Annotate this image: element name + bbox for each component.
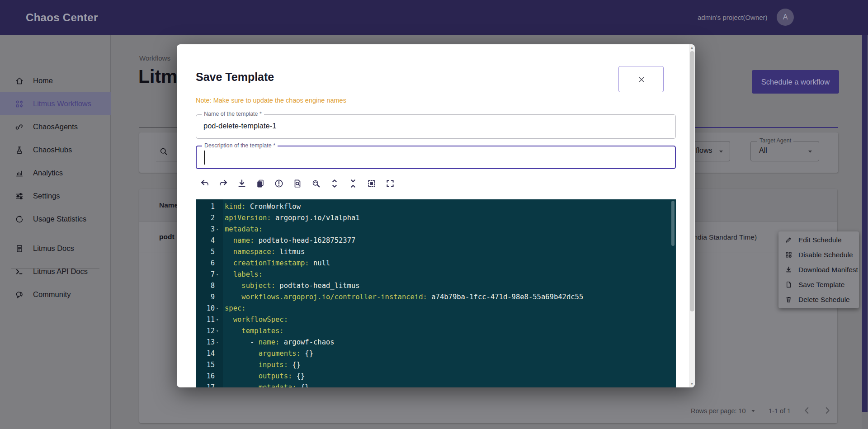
sidebar-item-litmus-workflows[interactable]: Litmus Workflows bbox=[0, 92, 111, 115]
sidebar-item-label: ChaosHubs bbox=[33, 146, 72, 154]
line-code: - name: argowf-chaos bbox=[225, 337, 335, 348]
caret-down-icon bbox=[717, 147, 725, 156]
fold-arrow-icon[interactable]: ▾ bbox=[216, 337, 218, 348]
modal-note: Note: Make sure to update the chaos engi… bbox=[196, 97, 346, 104]
fold-arrow-icon[interactable]: ▾ bbox=[216, 314, 218, 325]
fold-button[interactable] bbox=[348, 177, 359, 190]
sidebar-item-analytics[interactable]: Analytics bbox=[0, 161, 111, 184]
line-number: 12 bbox=[196, 325, 215, 337]
sidebar-item-litmus-api-docs[interactable]: Litmus API Docs bbox=[0, 260, 111, 283]
chevron-right-icon[interactable] bbox=[822, 405, 832, 415]
scrollbar-down-arrow[interactable]: ▼ bbox=[689, 381, 695, 387]
row-schedule-time: (India Standard Time) bbox=[689, 233, 757, 241]
sidebar-item-label: Home bbox=[33, 76, 53, 85]
redo-button[interactable] bbox=[218, 177, 229, 190]
sidebar-item-label: Litmus Workflows bbox=[33, 99, 91, 108]
usage-icon bbox=[15, 215, 24, 224]
page-scrollbar-thumb[interactable] bbox=[862, 35, 868, 412]
line-number: 4 bbox=[196, 235, 215, 246]
sidebar-item-home[interactable]: Home bbox=[0, 69, 111, 92]
file-icon bbox=[785, 281, 793, 288]
menu-item-edit-schedule[interactable]: Edit Schedule bbox=[778, 232, 859, 247]
select-all-button[interactable] bbox=[366, 177, 377, 190]
fullscreen-button[interactable] bbox=[385, 177, 396, 190]
workflows-filter-value: flows bbox=[696, 146, 712, 155]
line-number: 17 bbox=[196, 382, 215, 387]
breadcrumb[interactable]: Workflows bbox=[139, 54, 170, 62]
text-cursor bbox=[204, 151, 205, 165]
unfold-button[interactable] bbox=[329, 177, 340, 190]
search-icon[interactable] bbox=[159, 147, 168, 156]
undo-button[interactable] bbox=[199, 177, 210, 190]
rows-per-page-label: Rows per page: bbox=[691, 407, 737, 415]
sidebar-item-community[interactable]: Community bbox=[0, 283, 111, 306]
api-docs-icon bbox=[15, 267, 24, 276]
line-code: outputs: {} bbox=[225, 371, 305, 382]
avatar[interactable]: A bbox=[777, 9, 794, 26]
page-scrollbar[interactable] bbox=[862, 35, 868, 429]
rows-per-page-value[interactable]: 10 bbox=[738, 407, 746, 415]
pencil-icon bbox=[785, 236, 793, 244]
menu-item-disable-schedule[interactable]: Disable Schedule bbox=[778, 247, 859, 262]
template-description-label: Description of the template * bbox=[202, 142, 278, 149]
modal-scrollbar-thumb[interactable] bbox=[690, 51, 694, 311]
line-number: 16 bbox=[196, 371, 215, 382]
chevron-left-icon[interactable] bbox=[802, 405, 812, 415]
yaml-editor[interactable]: 1kind: CronWorkflow2apiVersion: argoproj… bbox=[196, 199, 676, 387]
settings-icon bbox=[15, 192, 24, 201]
fold-arrow-icon[interactable]: ▾ bbox=[216, 224, 218, 235]
sidebar-item-settings[interactable]: Settings bbox=[0, 184, 111, 207]
scrollbar-up-arrow[interactable]: ▲ bbox=[689, 45, 695, 51]
modal-scrollbar[interactable]: ▲ ▼ bbox=[689, 44, 695, 387]
search-file-button[interactable] bbox=[292, 177, 303, 190]
save-template-modal: Save Template Note: Make sure to update … bbox=[177, 44, 695, 387]
fold-arrow-icon[interactable]: ▾ bbox=[216, 269, 218, 280]
sidebar: HomeLitmus WorkflowsChaosAgentsChaosHubs… bbox=[0, 35, 111, 429]
line-code: arguments: {} bbox=[225, 348, 313, 359]
trash-icon bbox=[785, 296, 793, 303]
editor-line: 7▾ labels: bbox=[196, 269, 676, 280]
docs-icon bbox=[15, 244, 24, 253]
editor-scrollbar-thumb[interactable] bbox=[671, 201, 675, 246]
line-number: 7 bbox=[196, 269, 215, 280]
undo-icon bbox=[200, 179, 210, 189]
sidebar-item-usage-statistics[interactable]: Usage Statistics bbox=[0, 207, 111, 231]
page-range: 1-1 of 1 bbox=[769, 407, 791, 415]
fold-arrow-icon[interactable]: ▾ bbox=[216, 303, 218, 314]
error-button[interactable] bbox=[274, 177, 284, 190]
menu-item-save-template[interactable]: Save Template bbox=[778, 277, 859, 292]
fold-arrow-icon[interactable]: ▾ bbox=[216, 325, 218, 337]
template-description-field[interactable]: Description of the template * bbox=[196, 146, 676, 169]
line-code: inputs: {} bbox=[225, 359, 301, 371]
line-code: labels: bbox=[225, 269, 263, 280]
sidebar-item-label: Litmus Docs bbox=[33, 244, 74, 253]
line-code: workflowSpec: bbox=[225, 314, 288, 325]
line-code: creationTimestamp: null bbox=[225, 258, 330, 269]
error-icon bbox=[274, 179, 284, 189]
sidebar-item-chaoshubs[interactable]: ChaosHubs bbox=[0, 138, 111, 161]
project-switcher[interactable]: admin's project(Owner) bbox=[698, 0, 783, 35]
search-replace-button[interactable] bbox=[311, 177, 321, 190]
schedule-workflow-button[interactable]: Schedule a workflow bbox=[752, 70, 839, 94]
editor-toolbar bbox=[199, 177, 396, 191]
editor-line: 15 inputs: {} bbox=[196, 359, 676, 371]
sidebar-item-chaosagents[interactable]: ChaosAgents bbox=[0, 115, 111, 138]
target-agent-select[interactable]: Target Agent All bbox=[750, 141, 819, 161]
project-switcher-label: admin's project(Owner) bbox=[698, 14, 768, 21]
line-number: 8 bbox=[196, 280, 215, 292]
sidebar-item-label: Settings bbox=[33, 192, 60, 200]
menu-item-download-manifest[interactable]: Download Manifest bbox=[778, 262, 859, 277]
target-agent-value: All bbox=[759, 146, 767, 155]
template-name-field[interactable]: Name of the template * pod-delete-templa… bbox=[196, 114, 676, 139]
sidebar-item-label: Community bbox=[33, 290, 71, 299]
line-number: 6 bbox=[196, 258, 215, 269]
copy-button[interactable] bbox=[255, 177, 266, 190]
caret-down-icon[interactable] bbox=[750, 407, 757, 415]
close-button[interactable] bbox=[618, 66, 664, 92]
sidebar-item-litmus-docs[interactable]: Litmus Docs bbox=[0, 237, 111, 260]
menu-item-delete-schedule[interactable]: Delete Schedule bbox=[778, 292, 859, 307]
line-code: apiVersion: argoproj.io/v1alpha1 bbox=[225, 212, 360, 224]
column-header-name[interactable]: Name bbox=[159, 201, 178, 209]
download-button[interactable] bbox=[236, 177, 247, 190]
community-icon bbox=[15, 290, 24, 299]
